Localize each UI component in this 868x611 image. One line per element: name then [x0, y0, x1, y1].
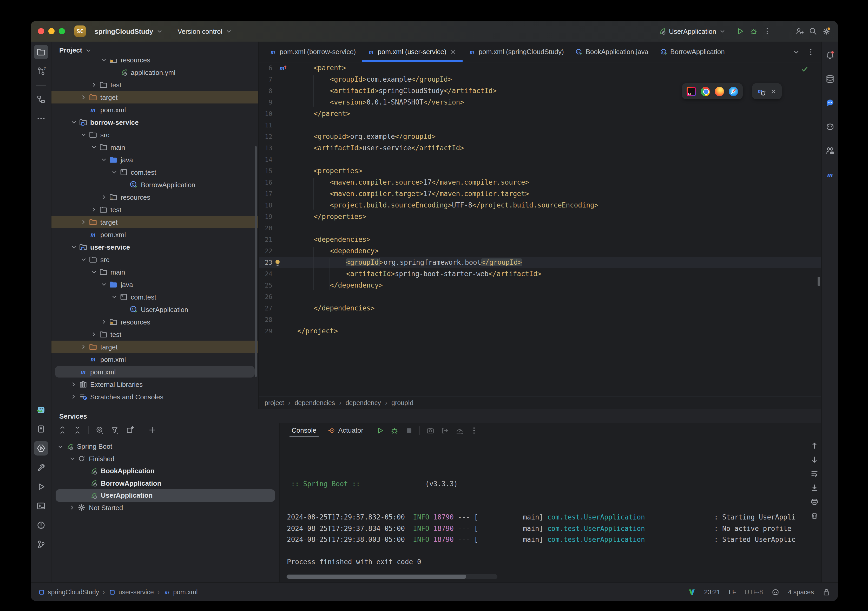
code-line-17[interactable]: 17 <maven.compiler.target>17</maven.comp…	[259, 188, 821, 200]
chev-exp-icon[interactable]	[57, 443, 64, 450]
tree-row-resources[interactable]: resources	[51, 316, 258, 328]
chev-col-icon[interactable]	[100, 318, 108, 325]
status-crumb-user-service[interactable]: user-service	[108, 588, 154, 595]
chev-exp-icon[interactable]	[70, 243, 77, 250]
toolwindow-button-git-branch[interactable]	[34, 537, 48, 552]
chev-col-icon[interactable]	[70, 381, 77, 388]
status-crumb-springCloudStudy[interactable]: springCloudStudy	[38, 588, 99, 595]
tree-row-com.test[interactable]: com.test	[51, 291, 258, 303]
plus-icon[interactable]	[148, 426, 157, 434]
chrome-icon[interactable]	[701, 87, 710, 96]
code-line-13[interactable]: 13 <artifactId>user-service</artifactId>	[259, 143, 821, 154]
editor-tab-pom.xml (borrow-service)[interactable]: mpom.xml (borrow-service)	[264, 42, 361, 62]
chev-exp-icon[interactable]	[80, 256, 87, 263]
tree-row-pom.xml[interactable]: mpom.xml	[51, 228, 258, 241]
tree-row-pom.xml[interactable]: mpom.xml	[51, 104, 258, 116]
collapse-all-icon[interactable]	[73, 426, 82, 434]
toolwindow-button-plugin-mascot[interactable]	[34, 403, 48, 417]
toolwindow-button-run-outline[interactable]	[34, 479, 48, 494]
chev-col-icon[interactable]	[70, 393, 77, 400]
code-line-16[interactable]: 16 <maven.compiler.source>17</maven.comp…	[259, 177, 821, 188]
filter-funnel-icon[interactable]	[111, 426, 119, 434]
arrow-down-icon[interactable]	[810, 456, 818, 464]
tree-row-com.test[interactable]: com.test	[51, 166, 258, 178]
chev-exp-icon[interactable]	[90, 268, 98, 275]
editor-tab-BorrowApplication[interactable]: CBorrowApplication	[654, 42, 730, 62]
debug-button[interactable]	[750, 27, 758, 35]
service-row-Spring Boot[interactable]: Spring Boot	[51, 440, 279, 452]
editor[interactable]: 6m <parent>7 <groupId>com.example</group…	[259, 62, 821, 396]
trash-icon[interactable]	[810, 511, 818, 520]
tree-row-test[interactable]: test	[51, 203, 258, 216]
run-button[interactable]	[736, 27, 744, 35]
chev-exp-icon[interactable]	[110, 293, 118, 300]
code-line-29[interactable]: 29</project>	[259, 325, 821, 337]
tree-row-BorrowApplication[interactable]: CBorrowApplication	[51, 178, 258, 191]
code-line-21[interactable]: 21 <dependencies>	[259, 234, 821, 246]
tree-row-target[interactable]: target	[51, 340, 258, 353]
maven-reload-button[interactable]: m	[757, 87, 766, 96]
add-user-button[interactable]	[795, 27, 804, 35]
code-line-18[interactable]: 18 <project.build.sourceEncoding>UTF-8</…	[259, 200, 821, 211]
console-horizontal-scrollbar[interactable]	[287, 574, 498, 579]
code-line-12[interactable]: 12 <groupId>org.example</groupId>	[259, 131, 821, 143]
close-tab-icon[interactable]	[450, 48, 457, 55]
breadcrumb-item-dependencies[interactable]: dependencies	[294, 399, 335, 406]
code-line-22[interactable]: 22 <dependency>	[259, 246, 821, 257]
run-configuration-selector[interactable]: UserApplication	[653, 24, 731, 39]
code-line-19[interactable]: 19 </properties>	[259, 211, 821, 222]
zoom-window-button[interactable]	[59, 28, 65, 34]
inspections-ok-icon[interactable]	[800, 65, 809, 73]
more-actions-button[interactable]	[763, 27, 771, 35]
debug-icon[interactable]	[391, 426, 399, 434]
toolwindow-button-maven[interactable]: m	[823, 168, 837, 182]
toolwindow-button-structure[interactable]	[34, 92, 48, 107]
tree-row-pom.xml[interactable]: mpom.xml	[51, 365, 258, 378]
toolwindow-button-build[interactable]	[34, 460, 48, 475]
close-window-button[interactable]	[38, 28, 44, 34]
service-row-UserApplication[interactable]: UserApplication	[51, 489, 279, 502]
arrow-up-icon[interactable]	[810, 442, 818, 450]
tree-row-application.yml[interactable]: application.yml	[51, 66, 258, 79]
vim-icon[interactable]	[687, 588, 696, 596]
chev-exp-icon[interactable]	[100, 281, 108, 288]
code-line-6[interactable]: 6m <parent>	[259, 62, 821, 74]
toolwindow-button-code-with-me[interactable]	[823, 143, 837, 158]
service-row-Finished[interactable]: Finished	[51, 452, 279, 465]
tree-row-Scratches and Consoles[interactable]: Scratches and Consoles	[51, 390, 258, 403]
add-tab-icon[interactable]	[126, 426, 134, 434]
breadcrumb-item-groupId[interactable]: groupId	[391, 399, 414, 406]
tree-row-External Libraries[interactable]: External Libraries	[51, 378, 258, 390]
minimize-window-button[interactable]	[48, 28, 54, 34]
code-line-24[interactable]: 24 <artifactId>spring-boot-starter-web</…	[259, 268, 821, 280]
tree-row-src[interactable]: src	[51, 128, 258, 141]
exit-icon[interactable]	[441, 426, 449, 434]
settings-button[interactable]	[822, 27, 831, 35]
service-row-Not Started[interactable]: Not Started	[51, 502, 279, 514]
close-icon[interactable]	[770, 88, 777, 95]
code-line-10[interactable]: 10 </parent>	[259, 108, 821, 120]
tree-row-src[interactable]: src	[51, 253, 258, 266]
toolwindow-button-problems[interactable]	[34, 518, 48, 532]
tree-row-main[interactable]: main	[51, 266, 258, 278]
status-widget-LF[interactable]: LF	[729, 588, 736, 595]
toolwindow-button-ai-chat[interactable]	[823, 96, 837, 110]
tree-row-test[interactable]: test	[51, 79, 258, 91]
toolwindow-button-more[interactable]	[34, 111, 48, 126]
toolwindow-button-bookmarks[interactable]	[34, 422, 48, 436]
code-line-11[interactable]: 11	[259, 120, 821, 131]
tree-row-java[interactable]: java	[51, 278, 258, 291]
code-line-15[interactable]: 15 <properties>	[259, 165, 821, 177]
project-menu[interactable]: springCloudStudy	[90, 24, 167, 39]
soft-wrap-icon[interactable]	[810, 470, 818, 478]
chev-exp-icon[interactable]	[80, 131, 87, 138]
project-tree-scrollbar[interactable]	[255, 146, 257, 377]
gauge-icon[interactable]	[455, 426, 463, 434]
code-line-27[interactable]: 27 </dependencies>	[259, 303, 821, 314]
printer-icon[interactable]	[810, 498, 818, 506]
chev-col-icon[interactable]	[90, 206, 98, 213]
toolwindow-button-copilot[interactable]	[823, 120, 837, 134]
tree-row-target[interactable]: target	[51, 216, 258, 228]
tree-row-main[interactable]: main	[51, 141, 258, 153]
chev-col-icon[interactable]	[80, 343, 87, 350]
